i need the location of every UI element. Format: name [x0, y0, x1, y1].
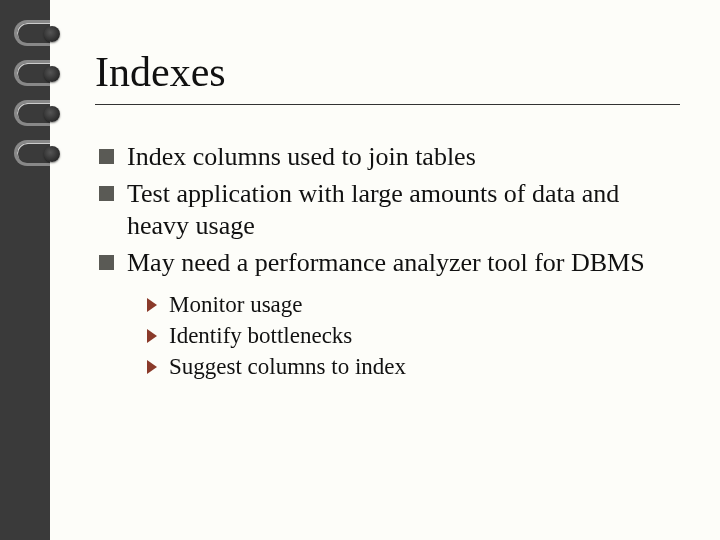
arrow-bullet-icon: [147, 329, 157, 343]
square-bullet-icon: [99, 186, 114, 201]
slide-title: Indexes: [95, 48, 680, 96]
sub-bullet-text: Suggest columns to index: [169, 354, 406, 379]
main-bullet-list: Index columns used to join tables Test a…: [95, 141, 680, 279]
arrow-bullet-icon: [147, 360, 157, 374]
slide-page: Indexes Index columns used to join table…: [50, 0, 720, 540]
bullet-text: Index columns used to join tables: [127, 142, 476, 171]
list-item: Monitor usage: [147, 289, 680, 320]
list-item: Index columns used to join tables: [99, 141, 680, 174]
bullet-text: Test application with large amounts of d…: [127, 179, 619, 241]
square-bullet-icon: [99, 255, 114, 270]
title-rule: [95, 104, 680, 105]
list-item: Identify bottlenecks: [147, 320, 680, 351]
sub-bullet-text: Monitor usage: [169, 292, 303, 317]
list-item: May need a performance analyzer tool for…: [99, 247, 680, 280]
bullet-text: May need a performance analyzer tool for…: [127, 248, 645, 277]
square-bullet-icon: [99, 149, 114, 164]
sub-bullet-list: Monitor usage Identify bottlenecks Sugge…: [95, 289, 680, 382]
arrow-bullet-icon: [147, 298, 157, 312]
list-item: Suggest columns to index: [147, 351, 680, 382]
sub-bullet-text: Identify bottlenecks: [169, 323, 352, 348]
list-item: Test application with large amounts of d…: [99, 178, 680, 243]
